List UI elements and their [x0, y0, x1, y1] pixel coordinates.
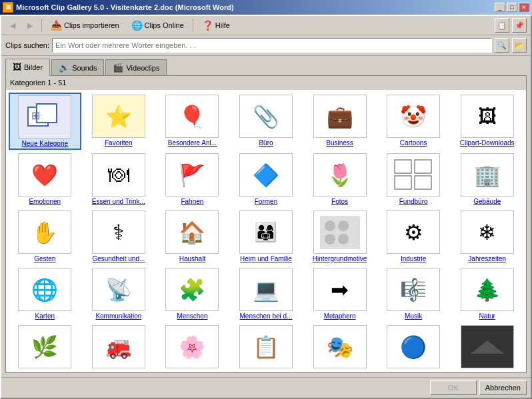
list-item[interactable]: 🔷 Formen [230, 151, 303, 207]
item-image [313, 210, 367, 254]
tabs: 🖼 Bilder 🔊 Sounds 🎬 Videoclips [1, 56, 531, 75]
item-image: 📡 [92, 268, 145, 311]
item-image: 🤡 [387, 95, 440, 138]
item-image: 🏠 [165, 210, 219, 254]
list-item[interactable]: ⊞ Neue Kategorie [9, 93, 81, 150]
tab-videoclips-icon: 🎬 [113, 63, 123, 73]
item-image [387, 153, 440, 197]
paste-icon-button[interactable]: 📌 [512, 18, 527, 33]
tab-sounds-label: Sounds [72, 64, 97, 72]
maximize-button[interactable]: □ [507, 3, 517, 12]
grid-container[interactable]: ⊞ Neue Kategorie ⭐ Favoriten 🎈 Besondere… [6, 90, 526, 372]
search-input[interactable] [52, 38, 492, 53]
svg-point-11 [338, 234, 349, 244]
item-image: 🌸 [165, 325, 219, 368]
item-image: 🚩 [165, 153, 219, 197]
clips-import-icon: 📥 [51, 20, 62, 31]
list-item[interactable]: 💼 Business [303, 93, 376, 150]
item-label: Fotos [331, 198, 348, 205]
list-item[interactable]: ⭐ Favoriten [83, 93, 155, 150]
item-image: ❤️ [18, 153, 71, 197]
forward-button[interactable]: ▶ [23, 18, 37, 33]
clips-online-button[interactable]: 🌐 Clips Online [127, 18, 189, 33]
list-item[interactable] [451, 323, 523, 372]
help-button[interactable]: ❓ Hilfe [197, 18, 235, 33]
item-label: Neue Kategorie [22, 140, 69, 147]
list-item[interactable]: 🔵 [377, 323, 450, 372]
svg-point-8 [325, 220, 335, 231]
list-item[interactable]: 🏠 Haushalt [156, 208, 229, 264]
item-label: Jahreszeiten [468, 255, 506, 262]
list-item[interactable]: 🤡 Cartoons [377, 93, 450, 150]
copy-icon-button[interactable]: 📋 [495, 18, 509, 33]
close-button[interactable]: ✕ [519, 3, 529, 12]
item-image: 🎭 [313, 325, 367, 368]
list-item[interactable]: Hintergrundmotive [303, 208, 376, 264]
item-image: ❄ [461, 210, 514, 254]
list-item[interactable]: 🚩 Fahnen [156, 151, 229, 207]
cancel-button[interactable]: Abbrechen [479, 380, 527, 395]
tab-videoclips-label: Videoclips [126, 64, 159, 72]
list-item[interactable]: 🌸 [156, 323, 229, 372]
ok-button[interactable]: OK [430, 380, 477, 395]
search-button[interactable]: 🔍 [495, 38, 509, 53]
toolbar-separator-1 [41, 19, 42, 32]
list-item[interactable]: ❤️ Emotionen [9, 151, 81, 207]
item-image: 🔵 [387, 325, 440, 368]
list-item[interactable]: 🧩 Menschen [156, 266, 229, 322]
list-item[interactable]: 🚒 [83, 323, 155, 372]
bottom-bar: OK Abbrechen [1, 377, 531, 398]
list-item[interactable]: 📎 Büro [230, 93, 303, 150]
list-item[interactable]: 📋 [230, 323, 303, 372]
help-label: Hilfe [215, 21, 230, 29]
back-button[interactable]: ◀ [5, 18, 20, 33]
list-item[interactable]: ⚙ Industrie [377, 208, 450, 264]
svg-point-9 [338, 220, 349, 231]
item-image: 🔷 [239, 153, 293, 197]
search-extra-button[interactable]: 📂 [512, 38, 527, 53]
list-item[interactable]: 🏢 Gebäude [451, 151, 523, 207]
item-image: 🧩 [165, 268, 219, 311]
title-bar-text: Microsoft Clip Gallery 5.0 - Visitenkart… [16, 3, 234, 11]
list-item[interactable]: 🍽 Essen und Trink... [83, 151, 155, 207]
tab-bilder[interactable]: 🖼 Bilder [5, 59, 50, 76]
list-item[interactable]: ➡ Metaphern [303, 266, 376, 322]
svg-rect-7 [320, 216, 360, 249]
item-label: Favoriten [105, 139, 133, 147]
list-item[interactable]: 🖼 Clipart-Downloads [451, 93, 523, 150]
list-item[interactable]: 🌷 Fotos [303, 151, 376, 207]
list-item[interactable]: 🌲 Natur [451, 266, 523, 322]
list-item[interactable]: 🌿 [9, 323, 81, 372]
list-item[interactable]: 🎼 Musik [377, 266, 450, 322]
list-item[interactable]: 📡 Kommunikation [83, 266, 155, 322]
toolbar: ◀ ▶ 📥 Clips importieren 🌐 Clips Online ❓… [1, 16, 531, 35]
svg-point-10 [325, 234, 335, 244]
item-label: Fahnen [181, 198, 203, 205]
list-item[interactable]: Fundbüro [377, 151, 450, 207]
item-label: Menschen [177, 312, 207, 320]
list-item[interactable]: 👨‍👩‍👧 Heim und Familie [230, 208, 303, 264]
minimize-button[interactable]: _ [495, 3, 505, 12]
item-image: ⊞ [18, 95, 71, 139]
clips-import-button[interactable]: 📥 Clips importieren [46, 18, 124, 33]
item-label: Essen und Trink... [92, 198, 145, 205]
title-bar-buttons: _ □ ✕ [495, 3, 529, 12]
list-item[interactable]: 💻 Menschen bei d... [230, 266, 303, 322]
svg-rect-4 [395, 176, 411, 189]
search-label: Clips suchen: [5, 41, 49, 49]
list-item[interactable]: ✋ Gesten [9, 208, 81, 264]
list-item[interactable]: 🌐 Karten [9, 266, 81, 322]
list-item[interactable]: ❄ Jahreszeiten [451, 208, 523, 264]
tab-bilder-label: Bilder [24, 63, 43, 71]
list-item[interactable]: ⚕ Gesundheit und... [83, 208, 155, 264]
item-image: 🍽 [92, 153, 145, 197]
forward-icon: ▶ [27, 21, 33, 30]
list-item[interactable]: 🎈 Besondere Anl... [156, 93, 229, 150]
list-item[interactable]: 🎭 [303, 323, 376, 372]
item-label: Menschen bei d... [240, 312, 293, 320]
tab-sounds[interactable]: 🔊 Sounds [51, 59, 104, 75]
item-image: 💼 [313, 95, 367, 138]
item-image: 🏢 [461, 153, 514, 197]
tab-videoclips[interactable]: 🎬 Videoclips [105, 59, 167, 75]
search-icon: 🔍 [497, 41, 507, 50]
